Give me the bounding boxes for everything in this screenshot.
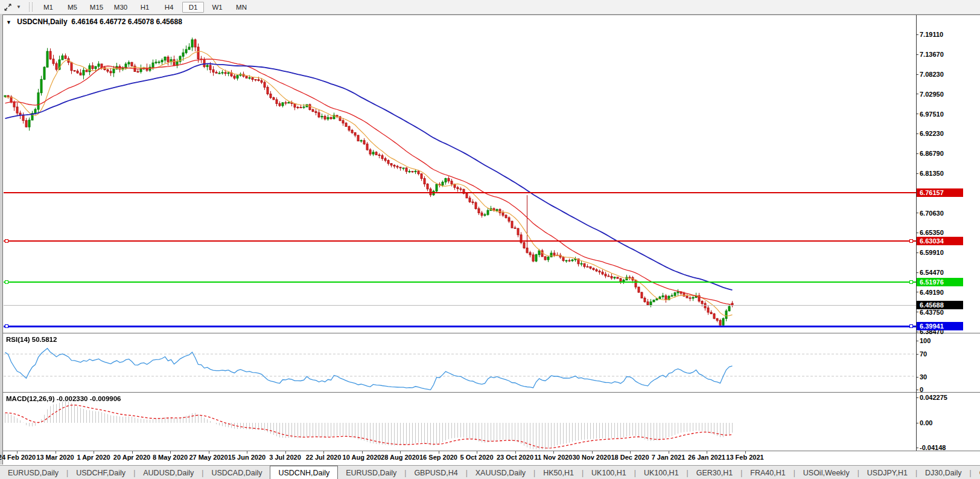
horizontal-line-6.39941[interactable] [4,326,916,327]
date-axis-tickmark [400,451,401,454]
tab-GER30-H1[interactable]: GER30,H1 [689,466,740,479]
rsi-axis-tick: 30 [920,373,927,381]
price-axis-tickmark [916,252,918,253]
line-handle-left[interactable] [5,239,8,243]
timeframe-button-W1[interactable]: W1 [206,2,228,13]
date-axis-tickmark [209,451,209,454]
price-axis-tick: 6.65350 [920,229,944,236]
horizontal-line-6.51976[interactable] [4,281,916,283]
tab-UK100-H1[interactable]: UK100,H1 [584,466,634,479]
price-axis-tick: 6.81350 [920,170,944,177]
date-axis-label: 20 Apr 2020 [113,454,150,461]
rsi-indicator-plot[interactable] [4,333,916,391]
tab-AUDUSD-Daily[interactable]: AUDUSD,Daily [135,466,202,479]
window-left-border [2,14,3,465]
tab-EURUSD-Daily[interactable]: EURUSD,Daily [338,466,404,479]
rsi-axis-tickmark [916,390,918,390]
date-axis-tickmark [132,451,133,454]
tab-HK50-H1[interactable]: HK50,H1 [535,466,582,479]
timeframe-button-M15[interactable]: M15 [86,2,107,13]
tab-USDCHF-Daily[interactable]: USDCHF,Daily [68,466,133,479]
price-axis-tickmark [916,213,918,213]
macd-axis-tickmark [916,397,918,398]
date-axis-label: 24 Feb 2020 [0,454,36,461]
timeframe-toolbar: ▼ M1M5M15M30H1H4D1W1MN [0,0,980,14]
rsi-axis-tick: 70 [920,350,927,358]
tab-USOil-Weekly[interactable]: USOil,Weekly [795,466,858,479]
tab-USDCAD-Daily[interactable]: USDCAD,Daily [203,466,270,479]
chart-tools-icon[interactable] [2,2,13,13]
date-axis-tickmark [745,451,746,454]
tab-EURUSD-Daily[interactable]: EURUSD,Daily [0,466,66,479]
chart-bottom-border [3,451,980,451]
date-axis-label: 5 Oct 2020 [460,454,493,461]
horizontal-line-6.76157[interactable] [4,192,916,193]
rsi-axis-tick: 0 [920,386,923,393]
date-axis-label: 13 Feb 2021 [726,454,763,461]
timeframe-button-MN[interactable]: MN [231,2,252,13]
timeframe-button-M1[interactable]: M1 [37,2,59,13]
tab-FRA40-H1[interactable]: FRA40,H1 [742,466,793,479]
price-axis-tickmark [916,133,918,134]
date-axis-tickmark [323,451,324,454]
timeframe-button-H1[interactable]: H1 [134,2,156,13]
date-axis-label: 22 Jul 2020 [306,454,342,461]
line-handle-right[interactable] [909,280,913,284]
date-axis-tickmark [247,451,247,454]
timeframe-button-M5[interactable]: M5 [62,2,83,13]
macd-axis-tick: 0.00 [920,419,932,426]
tab-GBPUSD-H4[interactable]: GBPUSD,H4 [406,466,465,479]
price-axis-tickmark [916,94,918,94]
macd-indicator-plot[interactable] [4,393,916,451]
horizontal-line-6.63034[interactable] [4,240,916,242]
chart-tab-bar: EURUSD,Daily|USDCHF,Daily|AUDUSD,Daily|U… [0,465,980,479]
date-axis-tickmark [56,451,56,454]
line-handle-right[interactable] [909,239,913,243]
price-line-label-6.39941: 6.39941 [917,322,963,330]
price-axis-tickmark [916,74,918,75]
price-axis-line[interactable] [916,15,917,451]
tab-USDJPY-H1[interactable]: USDJPY,H1 [859,466,915,479]
tab-DJ30-Daily[interactable]: DJ30,Daily [917,466,969,479]
main-chart-plot[interactable] [4,16,916,332]
date-axis-tickmark [515,451,516,454]
timeframe-button-H4[interactable]: H4 [158,2,180,13]
price-axis-tickmark [916,312,918,312]
price-axis-tickmark [916,332,918,332]
date-axis-tickmark [630,451,631,454]
tab-UK100-H1[interactable]: UK100,H1 [636,466,687,479]
tab-CHINA300-H1[interactable]: CHINA300,H1 [972,466,980,479]
date-axis-label: 27 May 2020 [189,454,228,461]
tab-USDCNH-Daily[interactable]: USDCNH,Daily [270,466,338,479]
price-axis-tick: 6.49190 [920,289,944,296]
date-axis-label: 23 Oct 2020 [497,454,533,461]
date-axis-label: 13 Mar 2020 [36,454,74,461]
price-axis-tickmark [916,292,918,292]
date-axis-label: 3 Jul 2020 [269,454,301,461]
rsi-axis-tickmark [916,354,918,355]
price-axis-tickmark [916,272,918,273]
price-axis-tick: 6.92230 [920,130,944,137]
timeframe-button-M30[interactable]: M30 [110,2,132,13]
price-axis-tickmark [916,173,918,174]
date-axis-tickmark [707,451,707,454]
toolbar-dropdown-caret-icon[interactable]: ▼ [14,4,23,10]
price-axis-tick: 7.13670 [920,51,944,58]
line-handle-left[interactable] [5,280,8,284]
line-handle-right[interactable] [909,324,913,328]
date-axis-tickmark [170,451,171,454]
date-axis-tickmark [669,451,669,454]
price-axis-tick: 6.59910 [920,249,944,256]
toolbar-grip-handle[interactable] [29,2,33,11]
date-axis-label: 15 Jun 2020 [228,454,266,461]
rsi-label: RSI(14) 50.5812 [6,336,57,343]
macd-axis-tickmark [916,423,918,423]
timeframe-button-D1[interactable]: D1 [182,2,204,13]
date-axis-label: 16 Sep 2020 [419,454,457,461]
tab-XAUUSD-Daily[interactable]: XAUUSD,Daily [468,466,533,479]
line-handle-left[interactable] [5,324,8,328]
date-axis-label: 28 Aug 2020 [381,454,419,461]
price-line-label-6.51976: 6.51976 [917,278,963,286]
price-line-label-6.76157: 6.76157 [917,188,963,197]
macd-axis-tick: 0.042275 [920,394,947,401]
